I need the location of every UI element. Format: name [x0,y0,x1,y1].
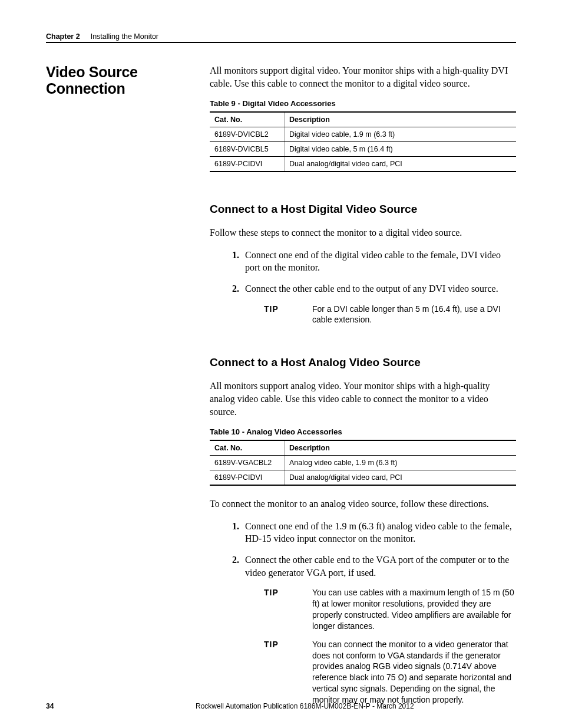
table9: Cat. No. Description 6189V-DVICBL2 Digit… [210,111,516,172]
page-number: 34 [46,702,196,710]
header-rule [46,42,516,43]
cell-desc: Analog video cable, 1.9 m (6.3 ft) [285,456,517,470]
table-row: 6189V-DVICBL2 Digital video cable, 1.9 m… [210,127,516,142]
table-row: 6189V-PCIDVI Dual analog/digital video c… [210,157,516,172]
digital-lead: Follow these steps to connect the monito… [210,226,516,239]
analog-heading: Connect to a Host Analog Video Source [210,356,516,369]
tip-row: TIP For a DVI cable longer than 5 m (16.… [264,304,516,326]
tip-body: You can use cables with a maximum length… [312,587,516,632]
list-item: Connect one end of the 1.9 m (6.3 ft) an… [242,520,516,545]
list-item: Connect the other cable end to the VGA p… [242,554,516,579]
tip-label: TIP [264,639,287,649]
chapter-title: Installing the Monitor [91,32,158,41]
table10: Cat. No. Description 6189V-VGACBL2 Analo… [210,440,516,486]
digital-heading: Connect to a Host Digital Video Source [210,203,516,216]
body-column: All monitors support digital video. Your… [210,64,516,713]
list-item: Connect the other cable end to the outpu… [242,282,516,295]
list-item: Connect one end of the digital video cab… [242,249,516,274]
chapter-label: Chapter 2 [46,32,80,41]
section-heading: Video Source Connection [46,64,196,97]
analog-proc-lead: To connect the monitor to an analog vide… [210,498,516,510]
tip-label: TIP [264,587,287,597]
table10-header-cat: Cat. No. [210,440,285,456]
page-footer: 34 Rockwell Automation Publication 6186M… [46,702,516,710]
cell-desc: Digital video cable, 1.9 m (6.3 ft) [285,127,517,142]
cell-cat: 6189V-DVICBL2 [210,127,285,142]
cell-cat: 6189V-VGACBL2 [210,456,285,470]
cell-desc: Dual analog/digital video card, PCI [285,470,517,486]
cell-cat: 6189V-DVICBL5 [210,142,285,157]
section-row: Video Source Connection All monitors sup… [46,64,516,713]
cell-desc: Dual analog/digital video card, PCI [285,157,517,172]
table9-caption: Table 9 - Digital Video Accessories [210,99,516,108]
page: Chapter 2 Installing the Monitor Video S… [0,0,562,728]
section-intro: All monitors support digital video. Your… [210,64,516,90]
analog-lead: All monitors support analog video. Your … [210,380,516,418]
tip-body: You can connect the monitor to a video g… [312,639,516,706]
cell-desc: Digital video cable, 5 m (16.4 ft) [285,142,517,157]
cell-cat: 6189V-PCIDVI [210,157,285,172]
tip-row: TIP You can connect the monitor to a vid… [264,639,516,706]
publication-line: Rockwell Automation Publication 6186M-UM… [196,702,516,710]
cell-cat: 6189V-PCIDVI [210,470,285,486]
digital-steps: Connect one end of the digital video cab… [210,249,516,295]
tip-body: For a DVI cable longer than 5 m (16.4 ft… [312,304,516,326]
table10-caption: Table 10 - Analog Video Accessories [210,427,516,436]
tip-label: TIP [264,304,287,314]
table9-header-desc: Description [285,112,517,127]
analog-steps: Connect one end of the 1.9 m (6.3 ft) an… [210,520,516,579]
running-header: Chapter 2 Installing the Monitor [46,32,516,41]
tip-row: TIP You can use cables with a maximum le… [264,587,516,632]
table9-header-cat: Cat. No. [210,112,285,127]
table-row: 6189V-DVICBL5 Digital video cable, 5 m (… [210,142,516,157]
table-row: 6189V-PCIDVI Dual analog/digital video c… [210,470,516,486]
table-row: 6189V-VGACBL2 Analog video cable, 1.9 m … [210,456,516,470]
table10-header-desc: Description [285,440,517,456]
